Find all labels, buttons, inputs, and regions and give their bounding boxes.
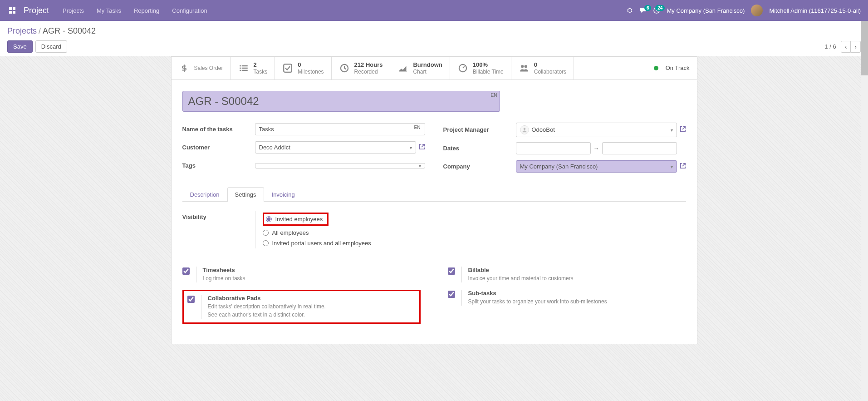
manager-external-link-icon[interactable]: [680, 126, 686, 134]
tab-settings[interactable]: Settings: [227, 187, 264, 202]
stat-status[interactable]: On Track: [647, 57, 697, 79]
svg-rect-12: [242, 65, 248, 67]
svg-rect-3: [13, 11, 15, 14]
stat-milestones[interactable]: 0Milestones: [275, 57, 331, 79]
stat-burndown[interactable]: BurndownChart: [390, 57, 450, 79]
status-dot-icon: [654, 66, 658, 70]
nav-projects[interactable]: Projects: [63, 7, 84, 14]
tab-invoicing[interactable]: Invoicing: [264, 187, 303, 202]
svg-point-21: [524, 65, 527, 68]
tags-select[interactable]: ▾: [255, 163, 425, 168]
checkbox-collaborative-pads[interactable]: [187, 296, 195, 303]
save-button[interactable]: Save: [7, 40, 33, 53]
user-name[interactable]: Mitchell Admin (11617725-15-0-all): [769, 7, 861, 14]
customer-select[interactable]: Deco Addict▾: [255, 141, 416, 153]
svg-point-4: [628, 9, 632, 13]
checkbox-subtasks[interactable]: [448, 291, 455, 298]
svg-rect-16: [242, 70, 248, 71]
label-customer: Customer: [182, 144, 255, 151]
navbar: Project Projects My Tasks Reporting Conf…: [0, 0, 868, 21]
stat-buttons: Sales Order 2Tasks 0Milestones 212 Hours…: [172, 57, 697, 80]
label-manager: Project Manager: [443, 126, 516, 133]
setting-timesheets: Timesheets Log time on tasks: [182, 267, 421, 282]
avatar-icon: [520, 125, 529, 134]
discard-button[interactable]: Discard: [35, 40, 67, 53]
checkbox-timesheets[interactable]: [182, 267, 190, 275]
label-company: Company: [443, 163, 516, 170]
nav-my-tasks[interactable]: My Tasks: [97, 7, 121, 14]
radio-invited-employees[interactable]: [266, 216, 272, 222]
company-select[interactable]: My Company (San Francisco)▾: [516, 160, 677, 173]
customer-external-link-icon[interactable]: [419, 144, 425, 151]
date-from-input[interactable]: [516, 142, 591, 154]
stat-collaborators[interactable]: 0Collaborators: [511, 57, 574, 79]
label-tags: Tags: [182, 162, 255, 169]
label-name-tasks: Name of the tasks: [182, 126, 255, 133]
label-dates: Dates: [443, 145, 516, 152]
scroll-thumb[interactable]: [861, 21, 868, 75]
stat-tasks[interactable]: 2Tasks: [231, 57, 275, 79]
pager: 1 / 6 ‹ ›: [824, 41, 861, 53]
activities-icon[interactable]: 24: [653, 7, 660, 14]
svg-rect-2: [9, 11, 12, 14]
messages-badge: 6: [644, 5, 652, 11]
svg-rect-11: [240, 65, 241, 67]
pager-next[interactable]: ›: [851, 41, 861, 53]
project-title-input[interactable]: [182, 91, 500, 112]
label-visibility: Visibility: [182, 211, 255, 248]
stat-sales-order[interactable]: Sales Order: [172, 57, 231, 79]
nav-right: 6 24 My Company (San Francisco) Mitchell…: [627, 5, 861, 16]
radio-all-employees[interactable]: [263, 230, 269, 236]
stat-recorded[interactable]: 212 HoursRecorded: [332, 57, 391, 79]
toolbar: Save Discard 1 / 6 ‹ ›: [7, 40, 861, 56]
user-avatar[interactable]: [751, 5, 763, 16]
dollar-icon: [179, 63, 190, 74]
highlight-collaborative-pads: Collaborative Pads Edit tasks' descripti…: [182, 290, 421, 324]
debug-icon[interactable]: [627, 7, 633, 14]
manager-select[interactable]: OdooBot▾: [516, 123, 677, 137]
clock-icon: [339, 63, 350, 74]
tabs: Description Settings Invoicing: [182, 187, 686, 202]
breadcrumb-current: AGR - S00042: [43, 26, 96, 35]
people-icon: [519, 63, 530, 74]
svg-rect-1: [13, 7, 15, 10]
form-sheet: Sales Order 2Tasks 0Milestones 212 Hours…: [171, 56, 697, 344]
tab-description[interactable]: Description: [182, 187, 227, 202]
messages-icon[interactable]: 6: [639, 7, 647, 14]
lang-badge-tasks[interactable]: EN: [414, 125, 421, 130]
content-header: Projects/AGR - S00042 Save Discard 1 / 6…: [0, 21, 868, 56]
check-icon: [282, 63, 293, 74]
date-to-input[interactable]: [602, 142, 677, 154]
nav-menu: Projects My Tasks Reporting Configuratio…: [63, 7, 207, 14]
svg-point-20: [521, 65, 524, 68]
svg-rect-17: [284, 64, 292, 72]
breadcrumb-parent[interactable]: Projects: [7, 26, 37, 35]
highlight-invited-employees: Invited employees: [263, 213, 329, 226]
nav-reporting[interactable]: Reporting: [134, 7, 159, 14]
company-selector[interactable]: My Company (San Francisco): [667, 7, 745, 14]
scrollbar[interactable]: [861, 21, 868, 344]
lang-badge[interactable]: EN: [491, 93, 497, 98]
name-tasks-input[interactable]: [255, 123, 425, 135]
stat-billable-time[interactable]: 100%Billable Time: [450, 57, 511, 79]
arrow-right-icon: →: [593, 145, 599, 152]
svg-rect-15: [240, 70, 241, 71]
chart-icon: [397, 63, 408, 74]
setting-subtasks: Sub-tasks Split your tasks to organize y…: [448, 290, 686, 324]
radio-portal-users[interactable]: [263, 240, 269, 246]
app-brand[interactable]: Project: [24, 6, 49, 15]
apps-icon[interactable]: [7, 5, 17, 15]
svg-rect-14: [242, 68, 248, 69]
gauge-icon: [457, 63, 468, 74]
company-external-link-icon[interactable]: [680, 163, 686, 170]
setting-collaborative-pads: Collaborative Pads Edit tasks' descripti…: [187, 295, 416, 319]
nav-configuration[interactable]: Configuration: [172, 7, 207, 14]
svg-rect-0: [9, 7, 12, 10]
checkbox-billable[interactable]: [448, 267, 455, 275]
setting-billable: Billable Invoice your time and material …: [448, 267, 686, 282]
pager-prev[interactable]: ‹: [841, 41, 851, 53]
breadcrumb: Projects/AGR - S00042: [7, 26, 861, 36]
activities-badge: 24: [655, 5, 665, 11]
pager-text: 1 / 6: [824, 43, 836, 50]
svg-rect-13: [240, 68, 241, 69]
